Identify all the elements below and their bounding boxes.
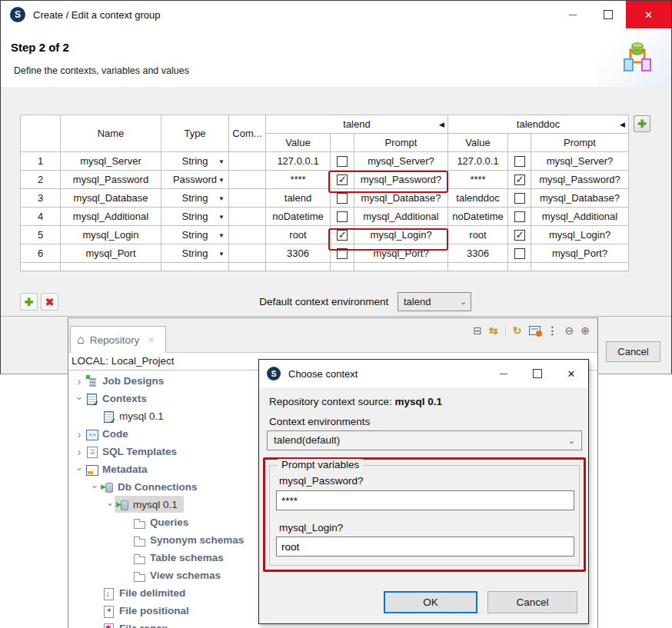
prompt-cell[interactable]: mysql_Password?	[531, 171, 629, 189]
value-cell[interactable]: 127.0.0.1	[448, 152, 508, 171]
prompt-cell[interactable]: mysql_Server?	[354, 152, 448, 171]
chevron-down-icon[interactable]	[73, 464, 85, 475]
default-env-select[interactable]: talend⌄	[398, 292, 471, 311]
prompt-checkbox[interactable]	[514, 156, 525, 167]
chevron-right-icon[interactable]	[73, 375, 85, 387]
chevron-down-icon[interactable]	[88, 481, 101, 493]
minimize-button[interactable]	[487, 360, 521, 387]
name-cell[interactable]: mysql_Login	[61, 226, 161, 244]
prompt-checkbox[interactable]	[514, 248, 525, 259]
value-cell[interactable]: noDatetime	[266, 208, 331, 226]
close-button[interactable]	[626, 1, 671, 28]
environment-select[interactable]: talend(default)⌄	[267, 430, 582, 450]
dropdown-arrow-icon: ▼	[218, 176, 225, 183]
group-header-talenddoc[interactable]: talenddoc◀	[448, 115, 629, 134]
type-cell[interactable]: Password▼	[161, 171, 229, 189]
prompt-checkbox[interactable]	[337, 174, 348, 185]
prompt-checkbox[interactable]	[514, 230, 525, 241]
comment-cell[interactable]	[229, 171, 266, 189]
row-number: 5	[21, 226, 61, 244]
activate-filter-icon[interactable]	[529, 326, 541, 335]
refresh-icon[interactable]: ↻	[513, 325, 522, 336]
prompt-checkbox[interactable]	[337, 156, 348, 167]
close-button[interactable]	[554, 360, 588, 387]
minimize-button[interactable]	[555, 1, 590, 28]
comment-cell[interactable]	[229, 152, 266, 171]
type-cell[interactable]: String▼	[161, 244, 229, 263]
prompt-cell[interactable]: mysql_Login?	[531, 226, 629, 244]
collapse-group-icon[interactable]: ◀	[439, 121, 444, 128]
prompt-checkbox[interactable]	[337, 193, 348, 204]
context-source-value: mysql 0.1	[395, 396, 443, 407]
value-cell[interactable]: talend	[266, 189, 331, 208]
prompt-cell[interactable]: mysql_Database?	[354, 189, 448, 208]
tab-repository[interactable]: ⌂ Repository ✕	[70, 326, 166, 353]
chevron-down-icon[interactable]	[104, 499, 116, 510]
name-cell[interactable]: mysql_Server	[61, 152, 161, 171]
chevron-down-icon[interactable]	[73, 393, 85, 404]
value-cell[interactable]: 3306	[266, 244, 331, 263]
login-input[interactable]	[276, 537, 574, 557]
comment-cell[interactable]	[229, 208, 266, 226]
prompt-checkbox[interactable]	[337, 230, 348, 241]
prompt-checkbox[interactable]	[337, 248, 348, 259]
prompt-cell[interactable]: mysql_Additional	[531, 208, 629, 226]
prompt-checkbox[interactable]	[514, 211, 525, 222]
prompt-checkbox[interactable]	[337, 211, 348, 222]
maximize-button[interactable]	[521, 360, 554, 387]
group-header-talend[interactable]: talend◀	[266, 115, 448, 134]
prompt-check-cell	[331, 189, 354, 208]
value-cell[interactable]: 3306	[448, 244, 508, 263]
minimize-view-icon[interactable]: ⊖	[565, 325, 574, 336]
ok-button[interactable]: OK	[384, 591, 477, 613]
comment-cell[interactable]	[229, 226, 266, 244]
prompt-check-cell	[508, 152, 531, 171]
prompt-checkbox[interactable]	[514, 174, 525, 185]
chevron-right-icon[interactable]	[73, 446, 85, 458]
prompt-cell[interactable]: mysql_Password?	[354, 171, 448, 189]
view-menu-icon[interactable]: ⋮	[547, 325, 558, 336]
add-context-environment-button[interactable]: ✚	[634, 115, 650, 132]
prompt-cell[interactable]: mysql_Port?	[531, 244, 629, 263]
name-cell[interactable]: mysql_Port	[61, 244, 161, 263]
name-cell[interactable]: mysql_Additional	[61, 208, 161, 226]
login-prompt-label: mysql_Login?	[279, 522, 343, 533]
wizard-header: Step 2 of 2 Define the contexts, variabl…	[1, 28, 671, 87]
prompt-cell[interactable]: mysql_Database?	[531, 189, 629, 208]
prompt-checkbox[interactable]	[514, 193, 525, 204]
maximize-button[interactable]	[590, 1, 626, 28]
comment-cell[interactable]	[229, 244, 266, 263]
value-cell[interactable]: root	[448, 226, 508, 244]
value-cell[interactable]: 127.0.0.1	[266, 152, 331, 171]
value-cell[interactable]: ****	[448, 171, 508, 189]
job-designs-icon	[85, 375, 98, 387]
link-with-editor-icon[interactable]: ⇆	[489, 325, 498, 336]
prompt-cell[interactable]: mysql_Login?	[354, 226, 448, 244]
value-cell[interactable]: noDatetime	[448, 208, 508, 226]
type-cell[interactable]: String▼	[161, 152, 229, 171]
dialog-cancel-button[interactable]: Cancel	[487, 591, 577, 613]
type-cell[interactable]: String▼	[161, 208, 229, 226]
collapse-all-icon[interactable]: ⊟	[473, 325, 482, 336]
collapse-group-icon[interactable]: ◀	[620, 121, 625, 128]
step-title: Step 2 of 2	[11, 41, 69, 54]
value-header: Value	[448, 134, 508, 152]
maximize-view-icon[interactable]: ⊕	[581, 325, 590, 336]
step-subtitle: Define the contexts, variables and value…	[14, 65, 189, 76]
value-cell[interactable]: talenddoc	[448, 189, 508, 208]
chevron-right-icon[interactable]	[73, 428, 85, 440]
prompt-cell[interactable]: mysql_Server?	[531, 152, 629, 171]
file-regex-icon	[102, 623, 115, 628]
value-cell[interactable]: root	[266, 226, 331, 244]
name-cell[interactable]: mysql_Password	[61, 171, 161, 189]
type-cell[interactable]: String▼	[161, 226, 229, 244]
type-cell[interactable]: String▼	[161, 189, 229, 208]
comment-cell[interactable]	[229, 189, 266, 208]
tab-close-icon[interactable]: ✕	[148, 335, 155, 345]
value-cell[interactable]: ****	[266, 171, 331, 189]
prompt-cell[interactable]: mysql_Additional	[354, 208, 448, 226]
name-cell[interactable]: mysql_Database	[61, 189, 161, 208]
prompt-cell[interactable]: mysql_Port?	[354, 244, 448, 263]
password-input[interactable]	[276, 490, 574, 510]
wizard-cancel-button[interactable]: Cancel	[606, 341, 660, 362]
